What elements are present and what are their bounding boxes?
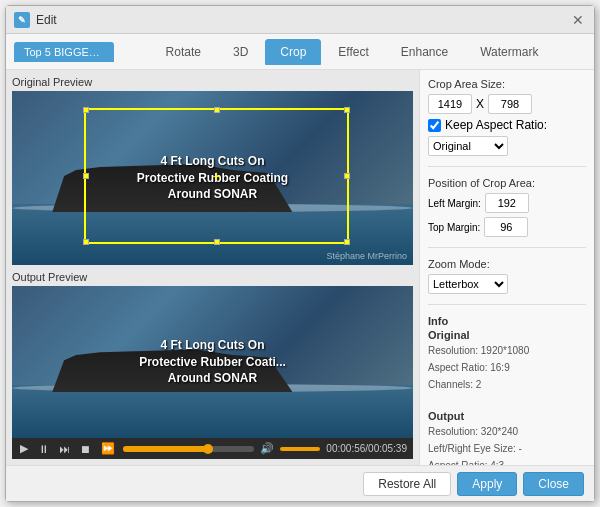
original-channels: Channels: 2 [428, 377, 586, 392]
crop-area-size-label: Crop Area Size: [428, 78, 586, 90]
pause-button[interactable]: ⏸ [36, 443, 51, 455]
tab-3d[interactable]: 3D [218, 39, 263, 65]
top-margin-row: Top Margin: [428, 217, 586, 237]
crop-size-row: X [428, 94, 586, 114]
top-margin-label: Top Margin: [428, 222, 480, 233]
player-controls: ▶ ⏸ ⏭ ⏹ ⏩ 🔊 00:00:56/00:05:39 [12, 438, 413, 459]
skip-forward-button[interactable]: ⏩ [99, 442, 117, 455]
original-aspect: Aspect Ratio: 16:9 [428, 360, 586, 375]
play-button[interactable]: ▶ [18, 442, 30, 455]
crop-handle-ml[interactable] [83, 173, 89, 179]
crop-height-input[interactable] [488, 94, 532, 114]
nav-tabs: Rotate 3D Crop Effect Enhance Watermark [118, 39, 586, 65]
crop-handle-br[interactable] [344, 239, 350, 245]
main-window: ✎ Edit ✕ Top 5 BIGGEST... Rotate 3D Crop… [5, 5, 595, 502]
close-icon: ✕ [572, 12, 584, 28]
left-margin-row: Left Margin: [428, 193, 586, 213]
crop-handle-tc[interactable] [214, 107, 220, 113]
divider-2 [428, 247, 586, 248]
time-display: 00:00:56/00:05:39 [326, 443, 407, 454]
output-video-box: 4 Ft Long Cuts On Protective Rubber Coat… [12, 286, 413, 439]
original-preview-label: Original Preview [12, 76, 413, 88]
keep-aspect-ratio-row: Keep Aspect Ratio: [428, 118, 586, 132]
close-button[interactable]: Close [523, 472, 584, 496]
output-label: Output [428, 410, 586, 422]
original-preview-box: 4 Ft Long Cuts On Protective Rubber Coat… [12, 91, 413, 265]
progress-fill [123, 446, 208, 452]
left-margin-input[interactable] [485, 193, 529, 213]
title-bar: ✎ Edit ✕ [6, 6, 594, 34]
volume-icon: 🔊 [260, 442, 274, 455]
position-section: Position of Crop Area: Left Margin: Top … [428, 177, 586, 237]
crop-selection-box[interactable] [84, 108, 349, 243]
output-preview-label: Output Preview [12, 271, 413, 283]
output-water-layer [12, 385, 413, 438]
divider-1 [428, 166, 586, 167]
tab-effect[interactable]: Effect [323, 39, 383, 65]
next-frame-button[interactable]: ⏭ [57, 443, 72, 455]
keep-aspect-ratio-checkbox[interactable] [428, 119, 441, 132]
original-resolution: Resolution: 1920*1080 [428, 343, 586, 358]
keep-aspect-ratio-label: Keep Aspect Ratio: [445, 118, 547, 132]
original-preview-section: Original Preview 4 Ft Long Cuts On Prote… [12, 76, 413, 265]
progress-thumb [203, 444, 213, 454]
apply-button[interactable]: Apply [457, 472, 517, 496]
tab-enhance[interactable]: Enhance [386, 39, 463, 65]
zoom-mode-dropdown[interactable]: Letterbox [428, 274, 508, 294]
x-separator: X [476, 97, 484, 111]
output-resolution: Resolution: 320*240 [428, 424, 586, 439]
output-lr-eye: Left/Right Eye Size: - [428, 441, 586, 456]
crop-handle-tl[interactable] [83, 107, 89, 113]
left-margin-label: Left Margin: [428, 198, 481, 209]
original-label: Original [428, 329, 586, 341]
main-content: Original Preview 4 Ft Long Cuts On Prote… [6, 70, 594, 465]
restore-all-button[interactable]: Restore All [363, 472, 451, 496]
file-tab[interactable]: Top 5 BIGGEST... [14, 42, 114, 62]
zoom-mode-label: Zoom Mode: [428, 258, 586, 270]
close-window-button[interactable]: ✕ [570, 12, 586, 28]
bottom-bar: Restore All Apply Close [6, 465, 594, 501]
volume-bar[interactable] [280, 447, 320, 451]
stop-button[interactable]: ⏹ [78, 443, 93, 455]
info-label: Info [428, 315, 586, 327]
tab-crop[interactable]: Crop [265, 39, 321, 65]
right-panel: Crop Area Size: X Keep Aspect Ratio: Ori… [419, 70, 594, 465]
video-watermark: Stéphane MrPerrino [326, 251, 407, 261]
output-aspect: Aspect Ratio: 4:3 [428, 458, 586, 465]
position-label: Position of Crop Area: [428, 177, 586, 189]
crop-handle-mr[interactable] [344, 173, 350, 179]
crop-area-size-section: Crop Area Size: X Keep Aspect Ratio: Ori… [428, 78, 586, 156]
crop-handle-bl[interactable] [83, 239, 89, 245]
top-margin-input[interactable] [484, 217, 528, 237]
tab-rotate[interactable]: Rotate [151, 39, 216, 65]
tab-bar: Top 5 BIGGEST... Rotate 3D Crop Effect E… [6, 34, 594, 70]
output-preview-section: Output Preview 4 Ft Long Cuts On Protect… [12, 271, 413, 460]
divider-3 [428, 304, 586, 305]
progress-bar[interactable] [123, 446, 254, 452]
crop-handle-tr[interactable] [344, 107, 350, 113]
window-title: Edit [36, 13, 570, 27]
crop-handle-bc[interactable] [214, 239, 220, 245]
tab-watermark[interactable]: Watermark [465, 39, 553, 65]
preview-area: Original Preview 4 Ft Long Cuts On Prote… [6, 70, 419, 465]
app-icon: ✎ [14, 12, 30, 28]
info-section: Info Original Resolution: 1920*1080 Aspe… [428, 315, 586, 465]
output-video-text: 4 Ft Long Cuts On Protective Rubber Coat… [139, 337, 286, 387]
aspect-ratio-dropdown[interactable]: Original [428, 136, 508, 156]
crop-width-input[interactable] [428, 94, 472, 114]
zoom-mode-section: Zoom Mode: Letterbox [428, 258, 586, 294]
